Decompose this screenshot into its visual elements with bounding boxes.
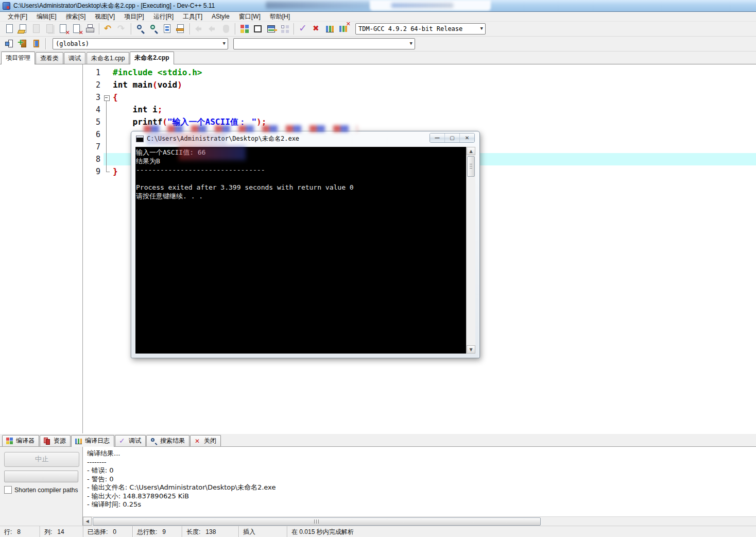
replace-icon[interactable] <box>161 23 174 35</box>
project-options-icon[interactable] <box>265 23 278 35</box>
console-scrollbar[interactable]: ▲ ▼ <box>466 147 475 354</box>
menu-item[interactable]: 运行[R] <box>149 12 178 22</box>
scrollbar-thumb[interactable] <box>467 156 475 177</box>
undo-icon[interactable] <box>102 23 115 35</box>
editor-tabs: 未命名1.cpp未命名2.cpp <box>83 52 175 64</box>
bottom-tab[interactable]: 资源 <box>40 435 71 446</box>
console-line: 结果为B <box>136 157 467 165</box>
bottom-tab[interactable]: 关闭 <box>190 435 221 446</box>
menu-item[interactable]: 视图[V] <box>90 12 119 22</box>
code-line[interactable]: 1#include <stdio.h> <box>83 66 756 79</box>
console-client[interactable]: 输入一个ASCII值: 66结果为B----------------------… <box>135 147 475 354</box>
scroll-up-icon[interactable]: ▲ <box>467 147 475 155</box>
globals-select-value: (globals) <box>56 40 89 47</box>
resources-icon <box>43 437 51 445</box>
menu-item[interactable]: 文件[F] <box>3 12 32 22</box>
panel-tab[interactable]: 项目管理 <box>1 52 35 64</box>
chevron-down-icon: ▼ <box>480 26 483 31</box>
bottom-tab[interactable]: 搜索结果 <box>146 435 190 446</box>
redo-icon <box>116 23 128 35</box>
menu-item[interactable]: 项目[P] <box>119 12 149 22</box>
compile-log[interactable]: 编译结果...--------- 错误: 0- 警告: 0- 输出文件名: C:… <box>83 447 756 526</box>
goto-bookmark-icon[interactable] <box>30 38 43 50</box>
console-line: Process exited after 3.399 seconds with … <box>136 183 467 192</box>
close-all-icon[interactable] <box>71 23 83 35</box>
line-number: 9 <box>83 165 100 178</box>
shorten-paths-label: Shorten compiler paths <box>14 486 78 494</box>
code-text: int i; <box>113 104 162 116</box>
bottom-tab[interactable]: 编译日志 <box>71 435 114 447</box>
bottom-tab[interactable]: 编译器 <box>2 435 39 446</box>
package-manager-icon[interactable] <box>279 23 291 35</box>
nav-toolbar-icons <box>3 38 43 50</box>
shorten-paths-checkbox[interactable] <box>4 486 12 494</box>
log-line: 编译结果... <box>87 449 756 458</box>
bottom-tab[interactable]: 调试 <box>115 435 146 446</box>
nav-toolbar: (globals) ▼ ▼ <box>0 37 756 52</box>
close-icon <box>194 437 202 445</box>
menu-item[interactable]: 帮助[H] <box>265 12 295 22</box>
menu-item[interactable]: 编辑[E] <box>32 12 61 22</box>
window-title: C:\Users\Administrator\Desktop\未命名2.cpp … <box>13 2 215 10</box>
abort-compilation-icon[interactable] <box>311 23 323 35</box>
shorten-paths-option[interactable]: Shorten compiler paths <box>4 486 78 494</box>
syntax-check-icon[interactable] <box>297 23 310 35</box>
menu-item[interactable]: 工具[T] <box>178 12 207 22</box>
globals-select[interactable]: (globals) ▼ <box>53 38 228 49</box>
scrollbar-thumb[interactable] <box>93 517 541 526</box>
panel-tab[interactable]: 调试 <box>64 52 85 64</box>
compiler-select[interactable]: TDM-GCC 4.9.2 64-bit Release ▼ <box>355 23 486 35</box>
insert-icon[interactable] <box>4 38 16 50</box>
panel-tab[interactable]: 查看类 <box>36 52 63 64</box>
project-panel[interactable] <box>0 64 83 433</box>
console-titlebar[interactable]: C:\Users\Administrator\Desktop\未命名2.exe <box>131 131 479 146</box>
code-line[interactable]: 4 int i; <box>83 104 756 116</box>
menu-item[interactable]: 搜索[S] <box>61 12 91 22</box>
project-properties-icon[interactable] <box>252 23 264 35</box>
profile-icon[interactable] <box>324 23 336 35</box>
menu-item[interactable]: AStyle <box>207 12 234 21</box>
status-field: 行: 8 <box>0 526 40 537</box>
scroll-left-icon[interactable]: ◀ <box>83 517 92 526</box>
chevron-down-icon: ▼ <box>223 41 226 46</box>
blur-artifact <box>391 3 453 8</box>
new-project-icon[interactable] <box>238 23 251 35</box>
find-icon[interactable] <box>134 23 147 35</box>
editor-tab[interactable]: 未命名2.cpp <box>130 52 174 64</box>
delete-profiling-icon[interactable] <box>337 23 350 35</box>
save-icon <box>30 23 43 35</box>
close-file-icon[interactable] <box>57 23 70 35</box>
code-line[interactable]: 5 printf("输入一个ASCII值： "); <box>83 116 756 128</box>
goto-line-icon[interactable] <box>175 23 187 35</box>
new-file-icon[interactable] <box>4 23 16 35</box>
log-horizontal-scrollbar[interactable]: ◀ <box>83 516 756 526</box>
log-line: - 输出文件名: C:\Users\Administrator\Desktop\… <box>87 483 756 492</box>
code-line[interactable]: 2int main(void) <box>83 79 756 91</box>
open-file-icon[interactable] <box>17 23 29 35</box>
log-line: - 输出大小: 148.837890625 KiB <box>87 492 756 501</box>
line-number: 8 <box>83 153 100 165</box>
compile-panel: 中止 Shorten compiler paths 编译结果...-------… <box>0 447 756 526</box>
log-line: - 警告: 0 <box>87 475 756 484</box>
scroll-down-icon[interactable]: ▼ <box>467 345 475 354</box>
find-in-files-icon[interactable] <box>148 23 160 35</box>
editor-tab[interactable]: 未命名1.cpp <box>87 52 129 64</box>
add-bookmark-icon[interactable] <box>17 38 29 50</box>
console-window[interactable]: C:\Users\Administrator\Desktop\未命名2.exe … <box>131 131 480 358</box>
code-line[interactable]: 3{ <box>83 91 756 104</box>
restore-icon[interactable]: ▢ <box>444 133 459 142</box>
line-number: 3 <box>83 91 100 104</box>
console-title: C:\Users\Administrator\Desktop\未命名2.exe <box>147 135 299 143</box>
line-number: 5 <box>83 116 100 128</box>
blur-artifact <box>266 2 371 9</box>
menu-item[interactable]: 窗口[W] <box>234 12 265 22</box>
console-line: 请按任意键继续. . . <box>136 192 467 200</box>
code-editor[interactable]: 1#include <stdio.h>2int main(void)3{4 in… <box>83 64 756 433</box>
close-icon[interactable]: ✕ <box>459 133 474 142</box>
members-select[interactable]: ▼ <box>233 38 415 49</box>
compile-controls: 中止 Shorten compiler paths <box>0 447 83 526</box>
minimize-icon[interactable]: — <box>430 133 444 142</box>
code-text: int main(void) <box>113 79 182 91</box>
print-icon[interactable] <box>84 23 96 35</box>
menubar: 文件[F]编辑[E]搜索[S]视图[V]项目[P]运行[R]工具[T]AStyl… <box>0 12 756 22</box>
